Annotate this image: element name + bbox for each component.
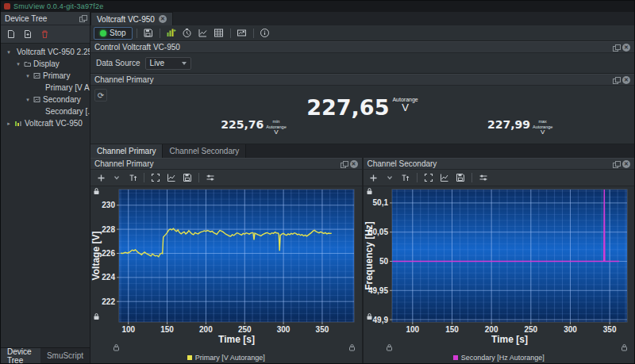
tree-item-secondary[interactable]: ▾ Secondary: [1, 94, 90, 105]
stop-status-icon: [100, 30, 106, 36]
tree-item-primary-signal[interactable]: Primary [V A...: [1, 82, 90, 94]
svg-text:Voltage [V]: Voltage [V]: [90, 232, 102, 281]
tree-item-device-vc950[interactable]: ▸ Voltcraft VC-950: [1, 117, 90, 129]
secondary-plot[interactable]: 10015020025030035049,949,955050,0550,1Ti…: [364, 186, 635, 352]
svg-text:150: 150: [160, 325, 174, 334]
zoom-best-fit-button[interactable]: [148, 171, 163, 185]
tree-item-label: Display: [33, 59, 60, 68]
primary-plot-svg[interactable]: 100150200250300350222224226228230Time [s…: [90, 186, 362, 352]
disconnect-device-button[interactable]: [37, 28, 52, 41]
close-dock-icon[interactable]: ✕: [350, 160, 358, 168]
save-plot-button[interactable]: [180, 171, 194, 185]
time-curve-icon: [129, 174, 137, 182]
tree-item-secondary-signal[interactable]: Secondary [...: [1, 105, 90, 117]
control-dock: Control Voltcraft VC-950 ✕ Data Source L…: [90, 41, 634, 74]
channel-icon: [33, 96, 40, 103]
svg-text:100: 100: [406, 325, 419, 334]
plot-settings-button[interactable]: [437, 171, 452, 185]
svg-text:Time [s]: Time [s]: [491, 334, 528, 345]
primary-chart-title: Channel Primary: [94, 159, 153, 168]
svg-text:222: 222: [102, 297, 115, 306]
add-user-device-button[interactable]: [21, 28, 35, 41]
data-source-select[interactable]: Live: [145, 57, 191, 70]
data-source-label: Data Source: [96, 59, 140, 67]
display-dock-header: Channel Primary ✕: [90, 74, 634, 86]
channel-icon: [33, 72, 40, 79]
stop-button[interactable]: Stop: [94, 27, 133, 40]
close-dock-icon[interactable]: ✕: [622, 76, 630, 84]
plot-config-button[interactable]: [203, 171, 217, 185]
value-display-dock: Channel Primary ✕ ⟳ 227,65 Autorange V: [90, 74, 634, 144]
plot-settings-button[interactable]: [164, 171, 179, 185]
control-dock-header: Control Voltcraft VC-950 ✕: [90, 41, 634, 53]
svg-text:228: 228: [102, 225, 115, 234]
add-curve-button[interactable]: [94, 171, 108, 185]
processing-icon: [237, 28, 247, 38]
legend-swatch: [453, 355, 458, 360]
float-dock-icon[interactable]: [79, 15, 86, 21]
add-data-table-button[interactable]: [212, 26, 226, 40]
secondary-plot-svg[interactable]: 10015020025030035049,949,955050,0550,1Ti…: [364, 186, 635, 352]
plot-config-button[interactable]: [476, 171, 491, 185]
axis-lock-icon[interactable]: [386, 343, 393, 351]
save-icon: [143, 28, 153, 38]
axis-lock-icon[interactable]: [366, 312, 373, 320]
tree-item-display[interactable]: ▾ Display: [1, 58, 90, 70]
save-session-button[interactable]: [141, 26, 156, 40]
sliders-icon: [206, 173, 215, 182]
float-dock-icon[interactable]: [613, 77, 619, 83]
zoom-best-fit-button[interactable]: [421, 171, 436, 185]
axis-lock-icon[interactable]: [348, 343, 356, 351]
axis-lock-icon[interactable]: [113, 343, 120, 351]
time-curve-icon: [401, 174, 410, 182]
expander-icon[interactable]: ▾: [6, 49, 12, 56]
tree-item-primary[interactable]: ▾ Primary: [1, 70, 90, 82]
tree-item-device[interactable]: ▾ Voltcraft VC-950 2.25.00...: [1, 46, 90, 58]
expander-icon[interactable]: ▸: [6, 121, 12, 127]
tab-voltcraft-vc950[interactable]: Voltcraft VC-950 ✕: [90, 12, 173, 25]
max-value: 227,99: [487, 119, 530, 130]
primary-plot[interactable]: 100150200250300350222224226228230Time [s…: [90, 186, 362, 352]
save-plot-button[interactable]: [453, 171, 468, 185]
secondary-legend[interactable]: Secondary [Hz Autorange]: [364, 352, 635, 363]
acquisition-timer-button[interactable]: [180, 26, 194, 40]
primary-legend[interactable]: Primary [V Autorange]: [90, 352, 362, 363]
expander-icon[interactable]: ▾: [25, 73, 31, 79]
device-tree-title: Device Tree: [5, 14, 47, 23]
chevron-down-icon: [182, 62, 187, 65]
tab-channel-primary[interactable]: Channel Primary: [90, 144, 163, 158]
expander-icon[interactable]: ▾: [15, 61, 21, 67]
tab-channel-secondary[interactable]: Channel Secondary: [163, 144, 246, 158]
add-time-curve-button[interactable]: [125, 171, 140, 185]
tree-item-label: Voltcraft VC-950: [25, 119, 83, 128]
svg-text:200: 200: [199, 325, 213, 334]
add-curve-button[interactable]: [367, 171, 381, 185]
close-dock-icon[interactable]: ✕: [622, 44, 630, 52]
about-button[interactable]: [258, 26, 272, 40]
axis-lock-icon[interactable]: [366, 187, 373, 195]
add-curve-menu-button[interactable]: [383, 171, 397, 185]
add-plot-view-button[interactable]: [196, 26, 210, 40]
expander-icon[interactable]: ▾: [25, 97, 31, 103]
primary-value-unit: V: [402, 102, 409, 113]
axis-lock-icon[interactable]: [93, 312, 100, 320]
secondary-chart-panel: Channel Secondary ✕: [364, 158, 635, 363]
axis-lock-icon[interactable]: [621, 343, 628, 351]
add-device-button[interactable]: [4, 28, 18, 41]
float-dock-icon[interactable]: [613, 44, 619, 51]
svg-text:200: 200: [484, 325, 498, 334]
add-control-view-button[interactable]: [164, 26, 179, 40]
add-curve-menu-button[interactable]: [110, 171, 124, 185]
autorange-refresh-button[interactable]: ⟳: [94, 89, 107, 102]
meter-device-icon: [14, 120, 22, 127]
tab-device-tree[interactable]: Device Tree: [1, 348, 40, 363]
tab-close-icon[interactable]: ✕: [159, 15, 167, 23]
device-tree: ▾ Voltcraft VC-950 2.25.00... ▾ Display …: [1, 44, 90, 347]
float-dock-icon[interactable]: [613, 161, 619, 167]
tab-smuscript[interactable]: SmuScript: [40, 348, 90, 363]
axis-lock-icon[interactable]: [93, 187, 100, 195]
close-dock-icon[interactable]: ✕: [622, 160, 630, 168]
add-time-curve-button[interactable]: [398, 171, 413, 185]
math-channel-button[interactable]: [235, 26, 249, 40]
float-dock-icon[interactable]: [341, 161, 347, 167]
